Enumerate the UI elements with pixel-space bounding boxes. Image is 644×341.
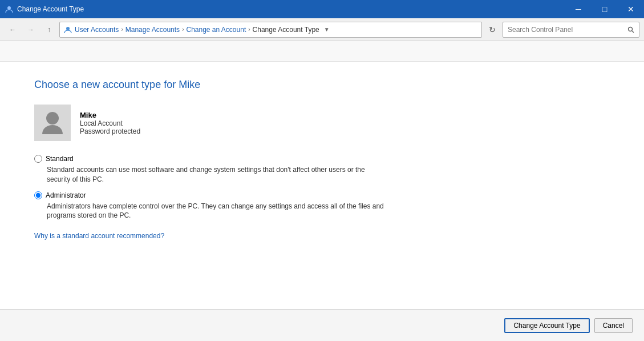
standard-option-row: Standard Standard accounts can use most … <box>34 155 610 184</box>
up-button[interactable]: ↑ <box>41 22 57 38</box>
user-info: Mike Local Account Password protected <box>34 105 610 141</box>
search-icon <box>627 26 634 33</box>
breadcrumb-user-accounts[interactable]: User Accounts <box>75 26 119 34</box>
administrator-option-row: Administrator Administrators have comple… <box>34 191 610 221</box>
svg-point-0 <box>7 6 11 10</box>
help-link[interactable]: Why is a standard account recommended? <box>34 232 164 240</box>
standard-radio-label[interactable]: Standard <box>34 155 610 163</box>
breadcrumb-user-icon <box>63 25 72 34</box>
window-title: Change Account Type <box>17 5 84 13</box>
administrator-radio[interactable] <box>34 191 42 199</box>
svg-line-3 <box>632 30 634 33</box>
search-button[interactable] <box>623 22 639 38</box>
administrator-radio-label[interactable]: Administrator <box>34 191 610 199</box>
close-button[interactable]: ✕ <box>618 0 644 18</box>
user-details: Mike Local Account Password protected <box>80 111 140 135</box>
breadcrumb-change-account[interactable]: Change an Account <box>186 26 246 34</box>
search-input[interactable] <box>503 26 623 34</box>
action-bar: Change Account Type Cancel <box>0 309 644 341</box>
confirm-button[interactable]: Change Account Type <box>504 318 589 333</box>
page-title: Choose a new account type for Mike <box>34 79 610 91</box>
toolbar <box>0 41 644 62</box>
restore-button[interactable]: □ <box>592 0 618 18</box>
administrator-description: Administrators have complete control ove… <box>47 202 389 221</box>
user-password-status: Password protected <box>80 127 140 135</box>
user-avatar-icon <box>41 110 64 135</box>
user-avatar <box>34 105 71 141</box>
svg-point-2 <box>629 27 633 31</box>
standard-label: Standard <box>46 155 74 163</box>
cancel-button[interactable]: Cancel <box>594 318 633 333</box>
back-button[interactable]: ← <box>5 22 21 38</box>
forward-button[interactable]: → <box>23 22 39 38</box>
address-bar: ← → ↑ User Accounts › Manage Accounts › … <box>0 18 644 41</box>
account-options: Standard Standard accounts can use most … <box>34 155 610 220</box>
breadcrumb-manage-accounts[interactable]: Manage Accounts <box>125 26 180 34</box>
window-icon <box>5 5 14 14</box>
administrator-label: Administrator <box>46 191 86 199</box>
user-account-type: Local Account <box>80 119 140 127</box>
window-controls: ─ □ ✕ <box>565 0 644 18</box>
svg-point-4 <box>46 112 59 125</box>
refresh-button[interactable]: ↻ <box>484 22 500 38</box>
search-bar <box>503 22 639 38</box>
user-name: Mike <box>80 111 140 119</box>
content-area: Choose a new account type for Mike Mike … <box>0 62 644 251</box>
minimize-button[interactable]: ─ <box>565 0 592 18</box>
svg-point-1 <box>66 27 70 30</box>
breadcrumb: User Accounts › Manage Accounts › Change… <box>59 22 482 38</box>
standard-radio[interactable] <box>34 155 42 163</box>
standard-description: Standard accounts can use most software … <box>47 165 389 184</box>
title-bar: Change Account Type ─ □ ✕ <box>0 0 644 18</box>
breadcrumb-current: Change Account Type <box>253 26 319 34</box>
breadcrumb-dropdown-icon[interactable]: ▼ <box>324 26 330 33</box>
